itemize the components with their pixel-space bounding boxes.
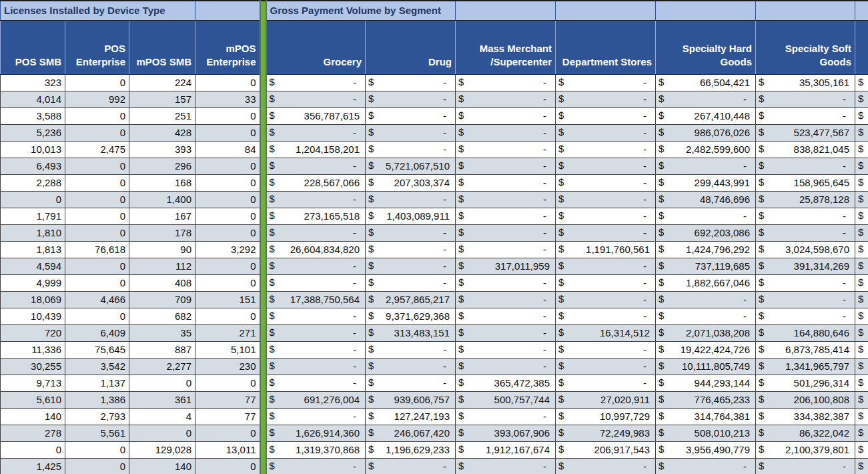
gpv-amount-cell[interactable]: $500,757,744 — [456, 391, 556, 408]
license-count-cell[interactable]: 0 — [195, 308, 260, 324]
gpv-amount-cell[interactable]: $- — [366, 224, 456, 241]
gpv-amount-cell[interactable]: $1,191,760,561 — [556, 241, 656, 258]
gpv-amount-cell[interactable]: $- — [456, 191, 556, 208]
gpv-amount-cell[interactable]: $- — [556, 224, 656, 241]
gpv-amount-cell[interactable]: $- — [556, 141, 656, 158]
gpv-amount-cell[interactable]: $692,203,086 — [656, 224, 756, 241]
license-count-cell[interactable]: 0 — [195, 224, 260, 241]
gpv-amount-cell[interactable]: $- — [556, 124, 656, 141]
license-count-cell[interactable]: 6,409 — [65, 324, 129, 341]
gpv-amount-cell[interactable]: $- — [266, 324, 366, 341]
license-count-cell[interactable]: 0 — [65, 258, 129, 274]
gpv-amount-cell[interactable]: $- — [366, 141, 456, 158]
gpv-amount-cell[interactable]: $25,878,128 — [756, 191, 855, 208]
gpv-amount-cell-clipped[interactable]: $ — [855, 124, 868, 141]
license-count-cell[interactable]: 4,466 — [65, 291, 129, 308]
license-count-cell[interactable]: 77 — [195, 391, 260, 408]
gpv-amount-cell[interactable]: $- — [556, 107, 656, 124]
license-count-cell[interactable]: 112 — [129, 258, 195, 274]
gpv-amount-cell[interactable]: $- — [756, 208, 855, 224]
license-count-cell[interactable]: 224 — [129, 74, 195, 91]
gpv-amount-cell[interactable]: $- — [756, 308, 855, 324]
column-header-specialty-hard-goods[interactable]: Specialty Hard Goods — [656, 20, 756, 74]
gpv-amount-cell[interactable]: $- — [456, 308, 556, 324]
gpv-amount-cell[interactable]: $- — [456, 124, 556, 141]
gpv-amount-cell[interactable]: $- — [366, 341, 456, 358]
gpv-amount-cell-clipped[interactable]: $ — [855, 74, 868, 91]
empty-title-cell[interactable] — [756, 1, 855, 20]
license-count-cell[interactable]: 2,277 — [129, 358, 195, 375]
gpv-amount-cell[interactable]: $- — [366, 74, 456, 91]
column-header-pos-smb[interactable]: POS SMB — [1, 20, 65, 74]
gpv-amount-cell[interactable]: $737,119,685 — [656, 258, 756, 274]
license-count-cell[interactable]: 0 — [65, 208, 129, 224]
gpv-amount-cell[interactable]: $- — [456, 341, 556, 358]
gpv-amount-cell[interactable]: $- — [756, 458, 855, 474]
gpv-amount-cell[interactable]: $1,196,629,233 — [366, 441, 456, 458]
gpv-amount-cell-clipped[interactable]: $ — [855, 458, 868, 474]
license-count-cell[interactable]: 140 — [1, 408, 65, 425]
gpv-amount-cell[interactable]: $1,882,667,046 — [656, 274, 756, 291]
license-count-cell[interactable]: 0 — [195, 458, 260, 474]
gpv-amount-cell[interactable]: $267,410,448 — [656, 107, 756, 124]
gpv-amount-cell[interactable]: $- — [266, 191, 366, 208]
license-count-cell[interactable]: 5,236 — [1, 124, 65, 141]
license-count-cell[interactable]: 278 — [1, 425, 65, 441]
gpv-amount-cell[interactable]: $- — [556, 358, 656, 375]
gpv-amount-cell[interactable]: $- — [756, 291, 855, 308]
column-header-clipped[interactable] — [855, 20, 868, 74]
empty-title-cell[interactable] — [656, 1, 756, 20]
gpv-amount-cell[interactable]: $356,787,615 — [266, 107, 366, 124]
gpv-amount-cell[interactable]: $1,912,167,674 — [456, 441, 556, 458]
license-count-cell[interactable]: 296 — [129, 158, 195, 174]
section-title-licenses[interactable]: Licenses Installed by Device Type — [1, 1, 195, 20]
gpv-amount-cell[interactable]: $- — [556, 174, 656, 191]
license-count-cell[interactable]: 0 — [195, 107, 260, 124]
license-count-cell[interactable]: 230 — [195, 358, 260, 375]
gpv-amount-cell[interactable]: $1,626,914,360 — [266, 425, 366, 441]
gpv-amount-cell[interactable]: $986,076,026 — [656, 124, 756, 141]
gpv-amount-cell[interactable]: $16,314,512 — [556, 324, 656, 341]
license-count-cell[interactable]: 0 — [65, 124, 129, 141]
empty-title-cell[interactable] — [195, 1, 260, 20]
gpv-amount-cell[interactable]: $- — [366, 358, 456, 375]
gpv-amount-cell-clipped[interactable]: $ — [855, 174, 868, 191]
gpv-amount-cell[interactable]: $334,382,387 — [756, 408, 855, 425]
license-count-cell[interactable]: 0 — [195, 258, 260, 274]
license-count-cell[interactable]: 90 — [129, 241, 195, 258]
gpv-amount-cell[interactable]: $- — [266, 358, 366, 375]
license-count-cell[interactable]: 2,288 — [1, 174, 65, 191]
gpv-amount-cell[interactable]: $- — [366, 124, 456, 141]
license-count-cell[interactable]: 35 — [129, 324, 195, 341]
gpv-amount-cell[interactable]: $- — [456, 241, 556, 258]
gpv-amount-cell[interactable]: $393,067,906 — [456, 425, 556, 441]
column-header-mpos-enterprise[interactable]: mPOS Enterprise — [195, 20, 260, 74]
gpv-amount-cell[interactable]: $- — [756, 274, 855, 291]
gpv-amount-cell-clipped[interactable]: $ — [855, 274, 868, 291]
license-count-cell[interactable]: 0 — [1, 191, 65, 208]
gpv-amount-cell[interactable]: $- — [266, 158, 366, 174]
gpv-amount-cell[interactable]: $- — [556, 74, 656, 91]
gpv-amount-cell[interactable]: $9,371,629,368 — [366, 308, 456, 324]
license-count-cell[interactable]: 30,255 — [1, 358, 65, 375]
gpv-amount-cell[interactable]: $1,403,089,911 — [366, 208, 456, 224]
empty-title-cell[interactable] — [456, 1, 556, 20]
gpv-amount-cell[interactable]: $- — [456, 291, 556, 308]
gpv-amount-cell-clipped[interactable]: $ — [855, 358, 868, 375]
gpv-amount-cell-clipped[interactable]: $ — [855, 91, 868, 107]
license-count-cell[interactable]: 361 — [129, 391, 195, 408]
license-count-cell[interactable]: 3,542 — [65, 358, 129, 375]
gpv-amount-cell[interactable]: $1,341,965,797 — [756, 358, 855, 375]
gpv-amount-cell[interactable]: $939,606,757 — [366, 391, 456, 408]
license-count-cell[interactable]: 682 — [129, 308, 195, 324]
gpv-amount-cell[interactable]: $- — [266, 91, 366, 107]
gpv-amount-cell-clipped[interactable]: $ — [855, 208, 868, 224]
license-count-cell[interactable]: 6,493 — [1, 158, 65, 174]
gpv-amount-cell[interactable]: $- — [556, 208, 656, 224]
gpv-amount-cell[interactable]: $206,917,543 — [556, 441, 656, 458]
license-count-cell[interactable]: 140 — [129, 458, 195, 474]
gpv-amount-cell-clipped[interactable]: $ — [855, 224, 868, 241]
gpv-amount-cell[interactable]: $- — [756, 91, 855, 107]
gpv-amount-cell[interactable]: $19,422,424,726 — [656, 341, 756, 358]
gpv-amount-cell[interactable]: $- — [756, 158, 855, 174]
